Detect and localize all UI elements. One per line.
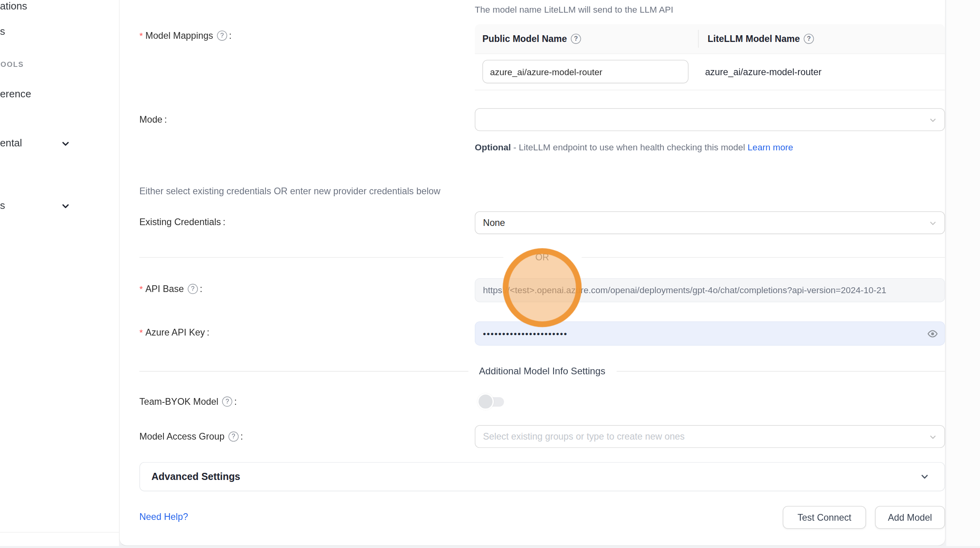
model-mappings-table-header: Public Model Name ? LiteLLM Model Name ?	[475, 24, 945, 54]
existing-credentials-select[interactable]: None	[475, 211, 945, 234]
required-marker: *	[139, 327, 143, 338]
add-model-form-card: The model name LiteLLM will send to the …	[119, 0, 946, 546]
need-help-link[interactable]: Need Help?	[139, 512, 188, 522]
chevron-down-icon[interactable]	[61, 202, 70, 211]
help-icon[interactable]: ?	[222, 396, 233, 407]
toggle-knob	[477, 393, 494, 410]
chevron-down-icon	[920, 472, 929, 481]
chevron-down-icon[interactable]	[61, 139, 70, 148]
advanced-settings-toggle[interactable]: Advanced Settings	[139, 462, 945, 491]
or-divider-text: OR	[504, 252, 580, 262]
add-model-button[interactable]: Add Model	[875, 506, 945, 529]
masked-api-key: ••••••••••••••••••••••	[483, 329, 568, 338]
add-model-page: ations s TOOLS erence ental s The model …	[0, 0, 980, 548]
model-mappings-table: Public Model Name ? LiteLLM Model Name ?…	[475, 24, 945, 90]
team-byok-toggle[interactable]	[477, 393, 505, 410]
sidebar-footer-divider	[0, 532, 119, 533]
test-connect-button[interactable]: Test Connect	[783, 506, 866, 529]
mode-label: Mode :	[139, 115, 167, 125]
eye-icon[interactable]	[927, 328, 938, 339]
public-model-name-input[interactable]	[482, 60, 688, 83]
or-divider-line	[582, 257, 945, 258]
help-icon[interactable]: ?	[217, 30, 227, 41]
team-byok-label: Team-BYOK Model ? :	[139, 396, 237, 407]
sidebar: ations s TOOLS erence ental s	[0, 0, 119, 546]
help-icon[interactable]: ?	[188, 284, 198, 294]
sidebar-item-logs[interactable]: s	[0, 26, 5, 38]
additional-settings-divider-text: Additional Model Info Settings	[415, 365, 669, 376]
mode-select[interactable]	[475, 108, 945, 131]
required-marker: *	[139, 30, 143, 41]
advanced-settings-label: Advanced Settings	[152, 471, 920, 482]
or-divider-line	[139, 257, 503, 258]
api-base-input[interactable]: https://<test>.openai.azure.com/openai/d…	[475, 278, 945, 302]
azure-api-key-input[interactable]: ••••••••••••••••••••••	[475, 321, 945, 345]
sidebar-item-experimental[interactable]: ental	[0, 137, 22, 149]
sidebar-item-settings[interactable]: s	[0, 200, 5, 211]
help-icon[interactable]: ?	[571, 34, 581, 44]
help-icon[interactable]: ?	[228, 432, 239, 442]
existing-credentials-label: Existing Credentials :	[139, 217, 225, 227]
column-header-litellm-model-name: LiteLLM Model Name ?	[692, 34, 814, 44]
api-base-label: * API Base ? :	[139, 284, 202, 294]
chevron-down-icon	[929, 433, 936, 441]
model-access-group-placeholder: Select existing groups or type to create…	[483, 432, 684, 442]
existing-credentials-value: None	[483, 218, 505, 228]
sidebar-section-tools: TOOLS	[0, 61, 24, 68]
model-access-group-label: Model Access Group ? :	[139, 432, 243, 442]
credentials-note: Either select existing credentials OR en…	[139, 186, 440, 196]
column-header-public-model-name: Public Model Name ?	[475, 34, 692, 44]
chevron-down-icon	[929, 116, 936, 124]
mode-help-text: Optional - LiteLLM endpoint to use when …	[475, 139, 798, 155]
model-mappings-table-row: azure_ai/azure-model-router	[475, 54, 945, 91]
column-divider	[698, 30, 699, 48]
litellm-model-name-value: azure_ai/azure-model-router	[705, 54, 821, 90]
sidebar-item-api-reference[interactable]: erence	[0, 89, 31, 100]
azure-api-key-label: * Azure API Key :	[139, 327, 209, 338]
page-background-right	[946, 0, 980, 546]
required-marker: *	[139, 284, 143, 294]
chevron-down-icon	[929, 220, 936, 227]
model-mappings-label: * Model Mappings ? :	[139, 30, 231, 41]
model-name-helper-text: The model name LiteLLM will send to the …	[475, 4, 673, 15]
sidebar-item-organizations[interactable]: ations	[0, 1, 27, 12]
help-icon[interactable]: ?	[804, 34, 814, 44]
model-access-group-select[interactable]: Select existing groups or type to create…	[475, 425, 945, 448]
learn-more-link[interactable]: Learn more	[748, 142, 793, 152]
